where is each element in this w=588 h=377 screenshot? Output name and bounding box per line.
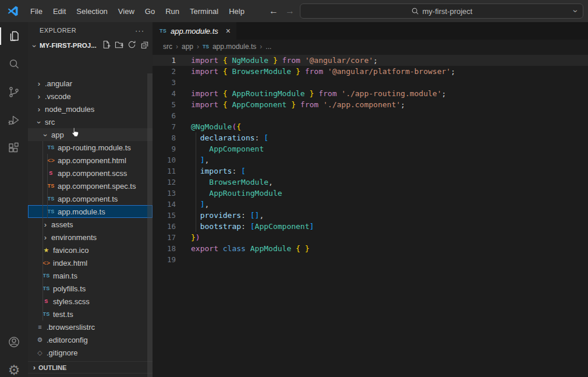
project-root-row[interactable]: › MY-FIRST-PROJ... — [28, 38, 153, 52]
chevron-down-icon[interactable]: › — [572, 10, 581, 13]
ts-file-icon: TS — [46, 145, 56, 150]
tree-item-app-routing-module-ts[interactable]: TSapp-routing.module.ts — [28, 141, 153, 154]
chevron-down-icon: › — [41, 131, 50, 139]
code-line[interactable]: 4import { AppRoutingModule } from './app… — [153, 88, 588, 99]
menu-edit[interactable]: Edit — [48, 4, 71, 19]
menu-help[interactable]: Help — [224, 4, 250, 19]
breadcrumb: src›app›TSapp.module.ts›... — [153, 40, 588, 54]
menu-go[interactable]: Go — [140, 4, 160, 19]
tree-item--gitignore[interactable]: ◇.gitignore — [28, 346, 153, 359]
menu-terminal[interactable]: Terminal — [185, 4, 224, 19]
source-control-icon[interactable] — [0, 78, 28, 106]
code-line[interactable]: 13 AppRoutingModule — [153, 188, 588, 199]
tree-item-label: .angular — [45, 79, 72, 88]
code-text — [176, 110, 191, 121]
close-icon[interactable]: × — [226, 26, 231, 36]
explorer-sidebar: EXPLORER ··· › MY-FIRST-PROJ... ›.angula… — [28, 22, 153, 377]
account-icon[interactable] — [0, 328, 28, 356]
code-text: import { AppComponent } from './app.comp… — [176, 99, 405, 110]
code-line[interactable]: 8 declarations: [ — [153, 132, 588, 143]
code-line[interactable]: 17}) — [153, 232, 588, 243]
tree-item-label: index.html — [53, 259, 87, 267]
tree-item-app[interactable]: ›app — [28, 128, 153, 141]
search-icon[interactable] — [0, 50, 28, 78]
code-line[interactable]: 12 BrowserModule, — [153, 177, 588, 188]
tree-item-assets[interactable]: ›assets — [28, 218, 153, 231]
search-icon — [411, 7, 419, 15]
code-line[interactable]: 2import { BrowserModule } from '@angular… — [153, 66, 588, 77]
code-line[interactable]: 18export class AppModule { } — [153, 243, 588, 254]
code-line[interactable]: 16 bootstrap: [AppComponent] — [153, 221, 588, 232]
tree-item-label: src — [45, 118, 55, 126]
code-line[interactable]: 6 — [153, 110, 588, 121]
explorer-icon[interactable] — [0, 22, 28, 50]
forward-icon[interactable]: → — [285, 6, 295, 16]
tree-item--browserslistrc[interactable]: ≡.browserslistrc — [28, 320, 153, 333]
section-outline[interactable]: ›OUTLINE — [28, 361, 153, 373]
refresh-icon[interactable] — [127, 40, 136, 51]
collapse-all-icon[interactable] — [140, 40, 149, 51]
code-line[interactable]: 15 providers: [], — [153, 210, 588, 221]
line-number: 2 — [153, 66, 176, 77]
code-line[interactable]: 3 — [153, 77, 588, 88]
tree-item-environments[interactable]: ›environments — [28, 231, 153, 244]
back-icon[interactable]: ← — [269, 6, 278, 16]
file-tree: ›.angular›.vscode›node_modules›src›appTS… — [28, 77, 153, 377]
tree-item-label: app.component.scss — [58, 169, 127, 178]
tree-item-index-html[interactable]: <>index.html — [28, 256, 153, 269]
tree-item-label: app-routing.module.ts — [58, 143, 131, 152]
code-line[interactable]: 14 ], — [153, 199, 588, 210]
tree-item-label: .vscode — [45, 92, 71, 101]
code-text: AppComponent — [176, 143, 264, 154]
run-debug-icon[interactable] — [0, 106, 28, 134]
settings-icon[interactable]: ⚙ — [0, 356, 28, 377]
menu-view[interactable]: View — [113, 4, 140, 19]
tab-bar: TS app.module.ts × — [153, 22, 588, 40]
code-line[interactable]: 11 imports: [ — [153, 165, 588, 177]
search-value: my-first-project — [423, 7, 473, 16]
command-center-search[interactable]: my-first-project › — [300, 3, 583, 19]
tree-item-test-ts[interactable]: TStest.ts — [28, 308, 153, 320]
code-line[interactable]: 10 ], — [153, 154, 588, 165]
tree-item-label: assets — [51, 220, 73, 229]
code-line[interactable]: 7@NgModule({ — [153, 121, 588, 132]
line-number: 8 — [153, 132, 176, 143]
indent-guide — [42, 141, 43, 320]
tree-item-label: .editorconfig — [47, 336, 88, 344]
menu-selection[interactable]: Selection — [71, 4, 112, 19]
code-line[interactable]: 5import { AppComponent } from './app.com… — [153, 99, 588, 110]
section-timeline[interactable]: ›TIMELINE — [28, 373, 153, 377]
code-text: @NgModule({ — [176, 121, 241, 132]
typescript-file-icon: TS — [203, 44, 209, 50]
breadcrumb-item[interactable]: src — [163, 43, 172, 51]
explorer-more-actions-icon[interactable]: ··· — [132, 26, 148, 35]
code-editor[interactable]: 1import { NgModule } from '@angular/core… — [153, 54, 588, 377]
tree-item--vscode[interactable]: ›.vscode — [28, 90, 153, 103]
line-number: 18 — [153, 243, 176, 254]
chevron-right-icon: › — [35, 92, 43, 101]
menu-run[interactable]: Run — [160, 4, 185, 19]
tree-item-src[interactable]: ›src — [28, 115, 153, 128]
code-line[interactable]: 9 AppComponent — [153, 143, 588, 154]
tree-item-node-modules[interactable]: ›node_modules — [28, 103, 153, 115]
tab-app-module-ts[interactable]: TS app.module.ts × — [153, 22, 236, 40]
sidebar-scrollbar[interactable] — [147, 73, 153, 377]
new-folder-icon[interactable] — [115, 40, 123, 51]
breadcrumb-item[interactable]: app — [182, 43, 193, 51]
tree-item--editorconfig[interactable]: ⚙.editorconfig — [28, 333, 153, 346]
tree-item--angular[interactable]: ›.angular — [28, 77, 153, 90]
code-line[interactable]: 19 — [153, 254, 588, 265]
breadcrumb-item[interactable]: app.module.ts — [212, 43, 256, 51]
tree-item-main-ts[interactable]: TSmain.ts — [28, 269, 153, 282]
menu-file[interactable]: File — [25, 4, 48, 19]
tree-item-polyfills-ts[interactable]: TSpolyfills.ts — [28, 282, 153, 295]
extensions-icon[interactable] — [0, 134, 28, 162]
breadcrumb-item[interactable]: ... — [265, 43, 271, 51]
chevron-down-icon: › — [30, 42, 39, 50]
tree-item-styles-scss[interactable]: Sstyles.scss — [28, 295, 153, 308]
new-file-icon[interactable] — [102, 40, 111, 51]
line-number: 6 — [153, 110, 176, 121]
tree-item-favicon-ico[interactable]: ★favicon.ico — [28, 244, 153, 256]
code-line[interactable]: 1import { NgModule } from '@angular/core… — [153, 55, 588, 66]
code-text — [176, 77, 191, 88]
